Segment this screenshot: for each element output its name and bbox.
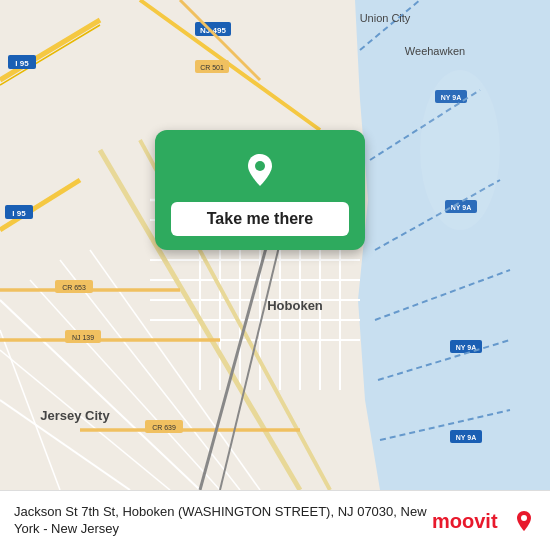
moovit-logo: moovit: [432, 506, 536, 536]
svg-text:NY 9A: NY 9A: [456, 434, 477, 441]
svg-text:CR 501: CR 501: [200, 64, 224, 71]
svg-text:Hoboken: Hoboken: [267, 298, 323, 313]
button-overlay: Take me there: [155, 130, 365, 250]
take-me-there-button[interactable]: Take me there: [171, 202, 349, 236]
svg-text:I 95: I 95: [12, 209, 26, 218]
svg-text:moovit: moovit: [432, 510, 498, 532]
svg-point-72: [420, 70, 500, 230]
svg-text:Weehawken: Weehawken: [405, 45, 465, 57]
svg-text:NY 9A: NY 9A: [456, 344, 477, 351]
bottom-bar: Jackson St 7th St, Hoboken (WASHINGTON S…: [0, 490, 550, 550]
svg-text:CR 639: CR 639: [152, 424, 176, 431]
location-pin-icon: [238, 148, 282, 192]
svg-text:Jersey City: Jersey City: [40, 408, 110, 423]
svg-point-74: [255, 161, 265, 171]
map-container: I 95 I 95 NJ 495 CR 501: [0, 0, 550, 490]
svg-point-76: [521, 515, 527, 521]
take-me-there-card[interactable]: Take me there: [155, 130, 365, 250]
svg-text:Union City: Union City: [360, 12, 411, 24]
moovit-pin-icon: [512, 509, 536, 533]
location-text: Jackson St 7th St, Hoboken (WASHINGTON S…: [14, 504, 432, 538]
moovit-icon: moovit: [432, 506, 512, 536]
svg-text:CR 653: CR 653: [62, 284, 86, 291]
svg-text:I 95: I 95: [15, 59, 29, 68]
svg-text:NJ 139: NJ 139: [72, 334, 94, 341]
